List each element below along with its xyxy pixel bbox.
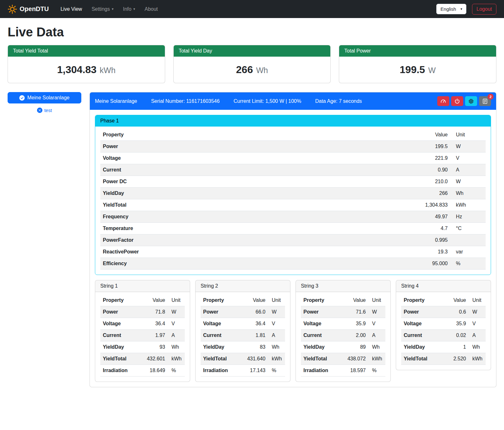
language-select[interactable]: English ▾ — [436, 4, 466, 14]
cell-value: 93 — [140, 341, 168, 353]
column-header-value: Value — [140, 295, 168, 306]
column-header-property: Property — [301, 295, 341, 306]
table-row: YieldTotal432.601kWh — [100, 353, 185, 365]
table-row: Current1.81A — [201, 330, 285, 341]
cell-property: YieldTotal — [401, 353, 441, 365]
cell-property: Power — [401, 306, 441, 318]
cell-unit: var — [450, 246, 486, 258]
logout-button[interactable]: Logout — [472, 4, 496, 15]
table-row: Voltage35.9V — [401, 318, 486, 330]
inverter-select-button-meine-solaranlage[interactable]: Meine Solaranlage — [8, 92, 81, 103]
table-row: Current0.02A — [401, 330, 486, 341]
nav-about[interactable]: About — [140, 4, 162, 15]
power-toggle-button[interactable] — [451, 96, 463, 106]
cell-property: YieldTotal — [201, 353, 241, 365]
cell-value: 18.597 — [341, 365, 368, 377]
cell-value: 49.97 — [396, 211, 450, 223]
nav-live-view[interactable]: Live View — [56, 4, 86, 15]
cell-value: 432.601 — [140, 353, 168, 365]
cell-property: Voltage — [301, 318, 341, 330]
inverter-card-header: Meine Solaranlage Serial Number: 1161716… — [90, 92, 496, 110]
phase-card-title: Phase 1 — [95, 115, 491, 127]
cell-value: 0.6 — [441, 306, 469, 318]
cell-value: 1.97 — [140, 330, 168, 341]
brand[interactable]: OpenDTU — [8, 4, 49, 14]
device-info-button[interactable] — [465, 96, 477, 106]
stat-card-title: Total Yield Total — [8, 45, 165, 57]
cell-unit: Wh — [268, 341, 285, 353]
cell-property: Power — [100, 306, 140, 318]
cell-value: 35.9 — [441, 318, 469, 330]
stat-card-unit: W — [428, 66, 436, 75]
limit-settings-button[interactable] — [437, 96, 449, 106]
chevron-down-icon: ▾ — [112, 7, 114, 11]
table-header-row: Property Value Unit — [100, 129, 486, 141]
string-1-card: String 1 Property Value Unit — [95, 280, 190, 382]
cell-unit: % — [168, 365, 185, 377]
inverter-select-label: Meine Solaranlage — [27, 95, 69, 101]
cell-property: Power DC — [100, 176, 396, 188]
cell-property: Voltage — [100, 318, 140, 330]
table-row: ReactivePower19.3var — [100, 246, 486, 258]
table-row: YieldDay93Wh — [100, 341, 185, 353]
cell-value: 221.9 — [396, 153, 450, 164]
cell-value: 0.02 — [441, 330, 469, 341]
chevron-down-icon: ▾ — [133, 7, 135, 11]
cell-unit: V — [450, 153, 486, 164]
cell-unit: V — [368, 318, 385, 330]
table-row: PowerFactor0.995 — [100, 234, 486, 246]
cell-unit: W — [450, 141, 486, 153]
column-header-property: Property — [100, 295, 140, 306]
inverter-select-button-test[interactable]: test — [8, 108, 81, 113]
inverter-serial: Serial Number: 116171603546 — [151, 98, 220, 104]
cell-property: YieldTotal — [100, 353, 140, 365]
cell-property: YieldDay — [100, 188, 396, 199]
stat-card-unit: Wh — [256, 66, 268, 75]
table-row: Irradiation18.597% — [301, 365, 385, 377]
table-header-row: Property Value Unit — [301, 295, 385, 306]
table-row: Power199.5W — [100, 141, 486, 153]
phase-card: Phase 1 Property Value Unit Power199.5WV… — [95, 115, 491, 275]
table-row: YieldDay83Wh — [201, 341, 285, 353]
column-header-unit: Unit — [168, 295, 185, 306]
cell-value: 36.4 — [241, 318, 268, 330]
inverter-card: Meine Solaranlage Serial Number: 1161716… — [90, 92, 496, 387]
cell-unit: W — [368, 306, 385, 318]
nav-settings[interactable]: Settings ▾ — [87, 4, 117, 15]
cell-property: Voltage — [201, 318, 241, 330]
column-header-property: Property — [100, 129, 396, 141]
table-row: Temperature4.7°C — [100, 223, 486, 234]
event-log-button[interactable]: 2 — [479, 96, 491, 106]
total-yield-total-card: Total Yield Total 1,304.83 kWh — [8, 45, 165, 83]
string-card-title: String 1 — [95, 280, 190, 292]
cell-value: 0.995 — [396, 234, 450, 246]
chevron-down-icon: ▾ — [461, 7, 463, 11]
inverter-selector-column: Meine Solaranlage test — [8, 92, 81, 113]
string-1-table: Property Value Unit Power71.8WVoltage36.… — [100, 295, 185, 377]
table-row: YieldTotal1,304.833kWh — [100, 199, 486, 211]
total-power-card: Total Power 199.5 W — [339, 45, 496, 83]
stat-card-value: 1,304.83 — [57, 64, 97, 76]
cell-unit: kWh — [450, 199, 486, 211]
nav-info[interactable]: Info ▾ — [119, 4, 139, 15]
cell-value: 35.9 — [341, 318, 368, 330]
string-2-card: String 2 Property Value Unit — [195, 280, 290, 382]
brand-label: OpenDTU — [20, 5, 49, 13]
cell-value: 71.8 — [140, 306, 168, 318]
cell-value: 89 — [341, 341, 368, 353]
cell-unit: A — [368, 330, 385, 341]
cell-property: Current — [201, 330, 241, 341]
table-row: Irradiation17.143% — [201, 365, 285, 377]
table-header-row: Property Value Unit — [401, 295, 486, 306]
inverter-name: Meine Solaranlage — [95, 98, 137, 104]
cell-value: 71.6 — [341, 306, 368, 318]
cell-property: YieldDay — [201, 341, 241, 353]
cell-unit — [450, 234, 486, 246]
table-row: YieldDay1Wh — [401, 341, 486, 353]
table-row: Power71.8W — [100, 306, 185, 318]
table-row: YieldTotal431.640kWh — [201, 353, 285, 365]
cell-unit: Wh — [469, 341, 486, 353]
cell-value: 1,304.833 — [396, 199, 450, 211]
table-row: Voltage36.4V — [201, 318, 285, 330]
inverter-select-label: test — [44, 108, 52, 113]
